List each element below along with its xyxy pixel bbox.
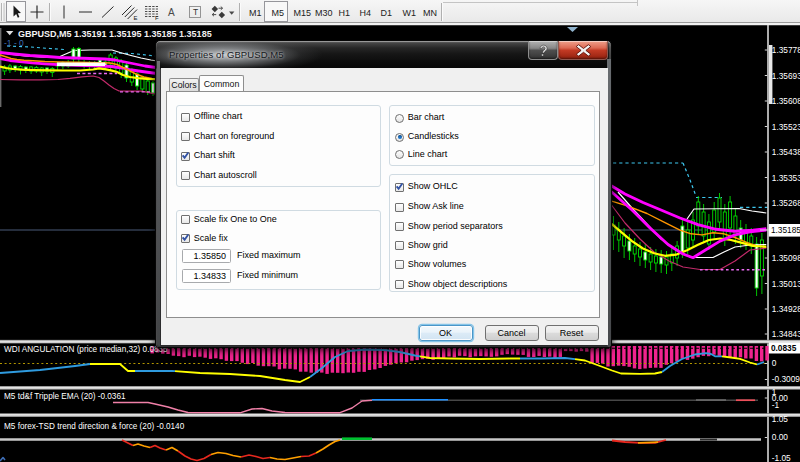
- svg-text:M5 forex-TSD trend direction &: M5 forex-TSD trend direction & force (20…: [4, 422, 185, 431]
- svg-text:D1: D1: [381, 8, 393, 18]
- svg-text:0: 0: [772, 358, 777, 368]
- svg-text:0.00: 0.00: [772, 432, 789, 442]
- svg-text:M30: M30: [315, 8, 333, 18]
- svg-text:GBPUSD,M5 1.35191 1.35195 1.3: GBPUSD,M5 1.35191 1.35195 1.35185 1.3518…: [18, 29, 212, 39]
- svg-text:A: A: [168, 7, 175, 18]
- svg-text:1.35523: 1.35523: [772, 122, 800, 132]
- svg-text:-0.3009: -0.3009: [772, 374, 800, 384]
- svg-text:H4: H4: [360, 8, 372, 18]
- svg-text:H1: H1: [339, 8, 351, 18]
- svg-text:MN: MN: [423, 8, 437, 18]
- svg-text:1.35098: 1.35098: [772, 253, 800, 263]
- svg-text:1.05: 1.05: [772, 414, 789, 424]
- svg-text:M1: M1: [249, 8, 262, 18]
- svg-text:-1: -1: [772, 400, 780, 410]
- svg-text:E: E: [134, 15, 138, 21]
- svg-text:T: T: [193, 7, 198, 17]
- svg-text:M5: M5: [272, 8, 285, 18]
- svg-text:0.0835: 0.0835: [771, 343, 797, 353]
- svg-text:1.35185: 1.35185: [771, 225, 800, 235]
- svg-text:W1: W1: [403, 8, 417, 18]
- svg-text:1.35013: 1.35013: [772, 279, 800, 289]
- svg-text:WDI ANGULATION (price median,3: WDI ANGULATION (price median,32) 0.0835: [4, 345, 168, 354]
- svg-text:-1 - 0: -1 - 0: [4, 38, 24, 48]
- svg-text:1.34843: 1.34843: [772, 329, 800, 339]
- svg-text:F: F: [155, 15, 159, 21]
- svg-text:M5 td&f Tripple EMA (20) -0.03: M5 td&f Tripple EMA (20) -0.0361: [4, 392, 126, 401]
- svg-text:1.35608: 1.35608: [772, 96, 800, 106]
- svg-text:1.35693: 1.35693: [772, 71, 800, 81]
- svg-text:M15: M15: [294, 8, 312, 18]
- svg-text:1.34928: 1.34928: [772, 304, 800, 314]
- svg-text:1.35438: 1.35438: [772, 147, 800, 157]
- svg-text:-1.05: -1.05: [772, 453, 791, 462]
- svg-text:1.35268: 1.35268: [772, 198, 800, 208]
- svg-text:1.35353: 1.35353: [772, 173, 800, 183]
- svg-text:1.35778: 1.35778: [772, 45, 800, 55]
